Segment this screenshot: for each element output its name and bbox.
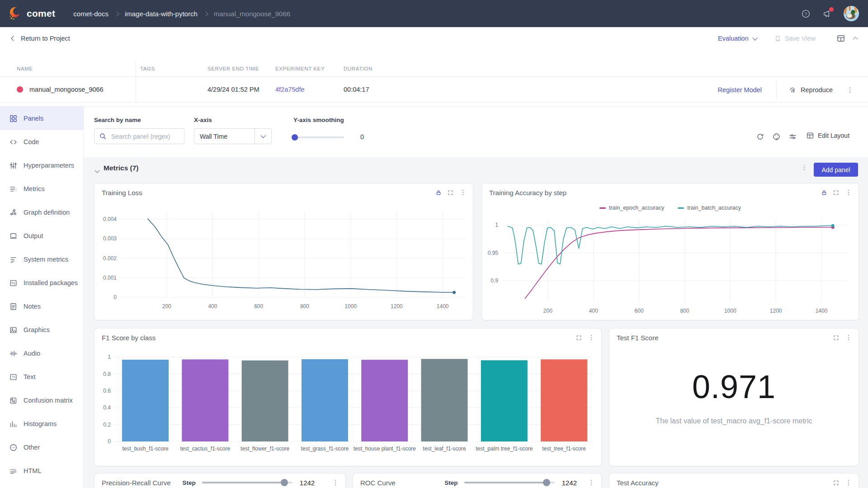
expand-icon[interactable] [833,479,840,486]
sidebar-item-label: Code [24,138,39,145]
svg-text:0.002: 0.002 [103,255,117,262]
sidebar-item-output[interactable]: Output [0,224,83,248]
edit-layout-button[interactable]: Edit Layout [806,131,849,140]
svg-text:1400: 1400 [816,308,828,314]
refresh-icon[interactable] [756,132,764,141]
svg-text:600: 600 [254,303,263,310]
f1-score-bar-chart[interactable]: 00.20.40.60.81test_bush_f1-scoretest_cac… [94,347,601,466]
metrics-icon [9,185,18,193]
kebab-menu-icon[interactable] [846,86,854,94]
smoothing-slider-track[interactable] [294,136,344,138]
expand-icon[interactable] [576,334,582,341]
sidebar-item-text[interactable]: TtText [0,365,83,389]
announcements-icon[interactable] [822,9,832,19]
kebab-menu-icon[interactable] [588,334,595,341]
palette-icon[interactable] [772,132,781,141]
sidebar-item-other[interactable]: Other [0,436,83,459]
chevron-up-icon[interactable] [853,37,858,42]
sidebar-item-label: Output [24,232,43,239]
sidebar-item-installed-packages[interactable]: PyInstalled packages [0,271,83,295]
step-slider-thumb[interactable] [543,479,550,486]
legend-item[interactable]: train_batch_accuracy [678,205,741,211]
save-view-button[interactable]: Save View [774,35,816,42]
breadcrumb-project[interactable]: image-data-with-pytorch [125,10,198,18]
search-panel-input[interactable] [94,128,184,144]
test-f1-value: 0.971 [609,368,859,405]
breadcrumb-workspace[interactable]: comet-docs [73,10,108,18]
kebab-menu-icon[interactable] [845,479,852,486]
column-header-name[interactable]: NAME [17,66,140,71]
sidebar-item-metrics[interactable]: Metrics [0,177,83,201]
training-loss-chart[interactable]: 00.0010.0020.0030.0042004006008001000120… [94,202,473,320]
reproduce-button[interactable]: Reproduce [788,86,833,94]
sidebar-item-label: System metrics [24,256,68,263]
legend-swatch [599,207,606,209]
step-value: 1242 [562,479,577,487]
register-model-link[interactable]: Register Model [718,86,762,94]
add-panel-button[interactable]: Add panel [814,163,858,177]
expand-icon[interactable] [447,189,454,196]
section-collapse-chevron[interactable] [94,168,99,173]
panel-title: Training Accuracy by step [489,189,821,197]
kebab-menu-icon[interactable] [459,189,467,196]
step-label: Step [444,479,458,486]
svg-text:1000: 1000 [344,303,357,310]
step-slider[interactable] [464,479,555,487]
sidebar-item-histograms[interactable]: Histograms [0,412,83,436]
sidebar-item-hyperparameters[interactable]: Hyperparameters [0,154,83,177]
filter-sliders-icon[interactable] [788,132,797,141]
kebab-menu-icon[interactable] [801,164,808,172]
kebab-menu-icon[interactable] [332,479,339,486]
lock-icon[interactable] [435,189,442,196]
panel-title: Test F1 Score [617,334,833,342]
sidebar-item-audio[interactable]: Audio [0,342,83,365]
search-input[interactable] [110,132,180,141]
return-to-project-button[interactable]: Return to Project [12,35,70,42]
panel-roc-curve: ROC Curve Step 1242 [353,473,602,488]
svg-text:1200: 1200 [770,308,782,314]
sidebar-item-label: Panels [24,115,43,122]
svg-text:HTML: HTML [10,468,17,471]
column-header-experiment-key[interactable]: EXPERIMENT KEY [275,66,344,71]
step-slider-thumb[interactable] [281,479,288,486]
sidebar-item-graphics[interactable]: Graphics [0,318,83,342]
legend-item[interactable]: train_epoch_accuracy [599,205,664,211]
sidebar-item-system-metrics[interactable]: System metrics [0,248,83,271]
smoothing-slider-thumb[interactable] [292,134,298,141]
x-axis-select[interactable]: Wall Time [194,128,272,144]
panel-training-loss: Training Loss 00.0010.0020.0030.00420040… [94,183,473,320]
svg-text:Tt: Tt [12,375,14,379]
expand-icon[interactable] [833,189,840,196]
help-icon[interactable]: ? [801,9,811,19]
sidebar-item-confusion-matrix[interactable]: Confusion matrix [0,389,83,412]
svg-text:0.9: 0.9 [491,277,498,284]
view-dropdown[interactable]: Evaluation [718,35,757,42]
kebab-menu-icon[interactable] [588,479,595,486]
comet-logo[interactable]: comet [7,6,55,21]
sidebar-item-graph-definition[interactable]: Graph definition [0,201,83,224]
panels-icon [9,114,18,123]
sidebar-item-code[interactable]: Code [0,130,83,154]
expand-icon[interactable] [833,334,840,341]
svg-text:1200: 1200 [391,303,403,310]
reproduce-label: Reproduce [801,86,833,94]
kebab-menu-icon[interactable] [845,334,852,341]
sidebar-item-label: Hyperparameters [24,162,74,169]
training-accuracy-chart[interactable]: 0.90.951200400600800100012001400 [482,214,859,320]
experiment-key-link[interactable]: 4f2a75dfe [275,86,344,93]
layout-grid-icon[interactable] [836,34,845,43]
sidebar-item-html[interactable]: HTMLHTML [0,459,83,483]
step-slider[interactable] [202,479,292,487]
sidebar-item-panels[interactable]: Panels [0,107,83,130]
sidebar-item-label: Graphics [24,326,50,333]
column-header-duration[interactable]: DURATION [344,66,868,71]
column-header-server-end-time[interactable]: SERVER END TIME [208,66,275,71]
panel-f1-by-class: F1 Score by class 00.20.40.60.81test_bus… [94,328,602,466]
column-header-tags[interactable]: TAGS [140,66,208,71]
kebab-menu-icon[interactable] [845,189,852,196]
lock-icon[interactable] [821,189,827,196]
step-slider-fill [202,482,284,483]
sidebar-item-notes[interactable]: Notes [0,295,83,318]
panel-title: Test Accuracy [617,479,833,487]
avatar[interactable] [844,6,859,21]
